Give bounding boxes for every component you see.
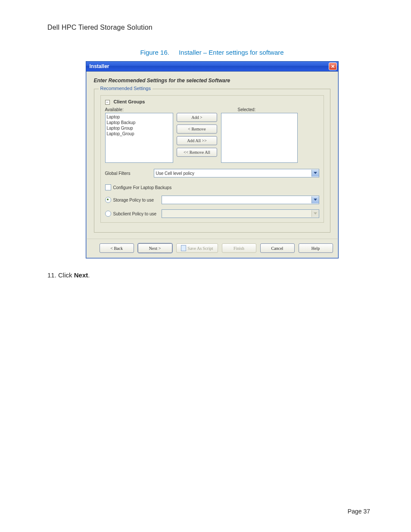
script-icon [181,245,186,251]
fieldset-legend: Recommended Settings [99,86,153,91]
finish-button: Finish [222,243,256,253]
back-button[interactable]: < Back [100,243,134,253]
dialog-footer: < Back Next > Save As Script Finish Canc… [86,239,338,258]
global-filters-label: Global Filters [105,171,150,176]
client-groups-title: Client Groups [114,99,145,104]
page-number: Page 37 [348,508,370,515]
installer-window: Installer ✕ Enter Recommended Settings f… [86,61,339,258]
instruction-pre: Click [58,271,74,279]
document-header: Dell HPC Tiered Storage Solution [47,24,377,31]
svg-marker-1 [314,199,317,201]
selected-listbox[interactable] [221,113,298,163]
chevron-down-icon [311,210,319,217]
list-item[interactable]: Laptop Group [107,125,171,131]
list-item[interactable]: Laptop Backup [107,120,171,125]
subclient-policy-radio[interactable] [105,211,111,217]
list-item[interactable]: Laptop_Group [107,131,171,137]
available-label: Available: [105,107,193,112]
figure-caption: Figure 16. Installer – Enter settings fo… [47,49,377,56]
save-as-script-label: Save As Script [188,246,213,251]
storage-policy-radio[interactable] [105,197,111,203]
subclient-policy-dropdown [162,209,319,218]
save-as-script-button: Save As Script [176,243,218,253]
instruction-bold: Next [74,271,88,279]
subclient-policy-label: Subclient Policy to use [113,212,157,216]
svg-marker-0 [314,172,317,174]
global-filters-value: Use Cell level policy [156,171,194,176]
help-button[interactable]: Help [299,243,333,253]
configure-laptop-checkbox[interactable] [105,184,111,190]
available-listbox[interactable]: Laptop Laptop Backup Laptop Group Laptop… [105,113,173,163]
recommended-settings-fieldset: Recommended Settings − Client Groups Ava… [94,89,330,233]
instruction-post: . [88,271,90,279]
client-groups-panel: − Client Groups Available: Selected: Lap… [100,95,324,223]
list-item[interactable]: Laptop [107,114,171,120]
storage-policy-dropdown[interactable] [162,196,319,204]
close-icon[interactable]: ✕ [329,62,337,70]
configure-laptop-label: Configure For Laptop Backups [113,185,172,190]
collapse-icon[interactable]: − [105,100,110,105]
remove-button[interactable]: < Remove [177,124,217,134]
client-groups-header[interactable]: − Client Groups [105,99,319,105]
global-filters-dropdown[interactable]: Use Cell level policy [154,169,319,177]
add-button[interactable]: Add > [177,113,217,122]
figure-title: Installer – Enter settings for software [179,49,283,56]
remove-all-button[interactable]: << Remove All [177,148,217,157]
next-button[interactable]: Next > [138,243,172,253]
window-heading: Enter Recommended Settings for the selec… [94,78,330,84]
storage-policy-label: Storage Policy to use [113,198,154,202]
chevron-down-icon[interactable] [311,170,319,177]
step-number: 11. [47,271,56,279]
figure-number: Figure 16. [140,49,169,56]
add-all-button[interactable]: Add All >> [177,136,217,145]
instruction-step: 11. Click Next. [47,271,377,279]
cancel-button[interactable]: Cancel [260,243,295,253]
titlebar: Installer ✕ [86,62,338,72]
selected-label: Selected: [238,107,256,112]
chevron-down-icon[interactable] [311,196,319,203]
window-title: Installer [90,63,109,69]
svg-marker-2 [314,212,317,215]
